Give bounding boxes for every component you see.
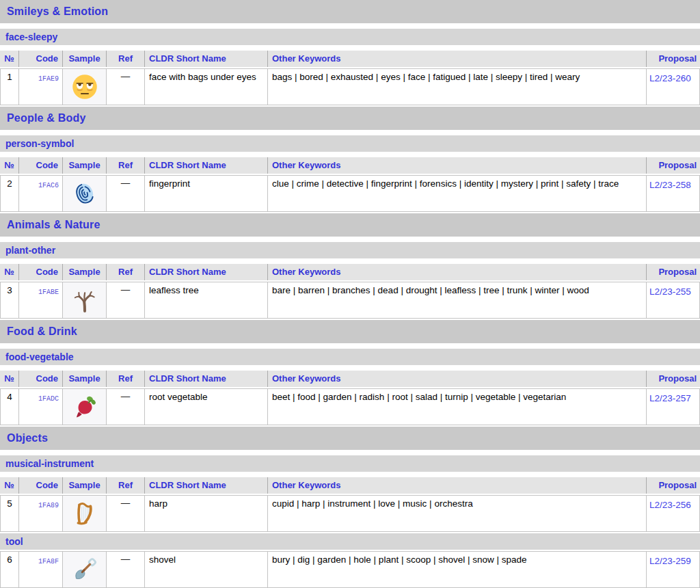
column-header-name: CLDR Short Name [144,477,267,494]
keywords: cupid | harp | instrument | love | music… [267,495,646,532]
category-title: Animals & Nature [0,219,100,231]
sample-cell [62,68,106,105]
code-cell: 1FAE9 [18,68,62,105]
subcategory-header: food-vegetable [0,349,700,365]
proposal-link[interactable]: L2/23-258 [649,180,691,190]
column-header-ref: Ref [106,264,144,280]
cldr-short-name: leafless tree [144,282,267,319]
root-vegetable-icon [71,393,98,420]
proposal-cell: L2/23-258 [646,175,700,212]
column-header-proposal: Proposal [646,157,700,174]
column-header-sample: Sample [62,371,106,387]
column-header-sample: Sample [62,157,106,174]
proposal-cell: L2/23-260 [646,68,700,105]
row-number: 6 [0,551,18,588]
ref-cell: — [106,175,144,212]
proposal-link[interactable]: L2/23-256 [649,500,691,510]
keywords: clue | crime | detective | fingerprint |… [267,175,646,212]
proposal-link[interactable]: L2/23-259 [649,556,691,566]
subcategory-title: food-vegetable [0,351,74,362]
column-header-ref: Ref [106,51,144,67]
cldr-short-name: face with bags under eyes [144,68,267,105]
code-cell: 1FADC [18,388,62,425]
subcategory-title: tool [0,536,23,547]
ref-cell: — [106,551,144,588]
face-with-bags-under-eyes-icon [71,73,98,101]
column-header-row: № Code Sample Ref CLDR Short Name Other … [0,264,700,280]
cldr-short-name: shovel [144,551,267,588]
category-title: Food & Drink [0,325,77,338]
table-row: 6 1FA8F — shovel bury | dig | garden | h… [0,551,700,588]
code-link[interactable]: 1FAE9 [38,75,59,83]
ref-cell: — [106,388,144,425]
code-link[interactable]: 1FAC6 [38,182,59,189]
row-number: 5 [0,495,18,532]
code-link[interactable]: 1FA8F [38,558,59,565]
emoji-candidates-page: { "colors": { "heading_text": "#3434d8",… [0,0,700,588]
shovel-icon [71,556,98,583]
sample-cell [62,282,106,319]
subcategory-title: plant-other [0,245,55,256]
column-header-proposal: Proposal [646,51,700,67]
column-header-ref: Ref [106,157,144,174]
column-header-name: CLDR Short Name [144,264,267,280]
column-header-proposal: Proposal [646,477,700,494]
code-link[interactable]: 1FA89 [38,502,59,509]
code-cell: 1FA89 [18,495,62,532]
proposal-link[interactable]: L2/23-255 [649,286,691,297]
cldr-short-name: root vegetable [144,388,267,425]
category-header: Smileys & Emotion [0,0,700,23]
leafless-tree-icon [71,286,98,314]
row-number: 4 [0,388,18,425]
column-header-name: CLDR Short Name [144,157,267,174]
harp-icon [71,500,98,527]
proposal-link[interactable]: L2/23-260 [649,73,691,83]
column-header-sample: Sample [62,51,106,67]
code-link[interactable]: 1FADC [38,395,59,403]
subcategory-header: plant-other [0,242,700,258]
column-header-ref: Ref [106,371,144,387]
category-header: Animals & Nature [0,213,700,237]
row-number: 1 [0,68,18,105]
code-link[interactable]: 1FABE [38,289,59,296]
keywords: bare | barren | branches | dead | drough… [267,282,646,319]
category-header: Objects [0,427,700,450]
subcategory-header: face-sleepy [0,29,700,45]
sample-cell [62,388,106,425]
column-header-keywords: Other Keywords [267,477,646,494]
category-title: Objects [0,432,48,444]
subcategory-title: musical-instrument [0,458,94,469]
subcategory-title: face-sleepy [0,31,57,42]
keywords: bags | bored | exhausted | eyes | face |… [267,68,646,105]
column-header-sample: Sample [62,264,106,280]
proposal-cell: L2/23-255 [646,282,700,319]
proposal-link[interactable]: L2/23-257 [649,393,691,403]
column-header-num: № [0,51,18,67]
category-title: Smileys & Emotion [0,5,108,18]
column-header-name: CLDR Short Name [144,51,267,67]
column-header-row: № Code Sample Ref CLDR Short Name Other … [0,371,700,387]
row-number: 3 [0,282,18,319]
sample-cell [62,551,106,588]
column-header-num: № [0,477,18,494]
column-header-num: № [0,264,18,280]
fingerprint-icon [71,180,98,207]
table-row: 3 1FABE — leafless tree bare | barren | … [0,282,700,319]
cldr-short-name: fingerprint [144,175,267,212]
column-header-sample: Sample [62,477,106,494]
code-cell: 1FAC6 [18,175,62,212]
category-header: People & Body [0,107,700,130]
column-header-row: № Code Sample Ref CLDR Short Name Other … [0,51,700,67]
row-number: 2 [0,175,18,212]
column-header-num: № [0,157,18,174]
column-header-row: № Code Sample Ref CLDR Short Name Other … [0,477,700,494]
column-header-code: Code [18,477,62,494]
sample-cell [62,495,106,532]
cldr-short-name: harp [144,495,267,532]
table-row: 5 1FA89 — harp cupid | harp | instrument… [0,495,700,532]
ref-cell: — [106,495,144,532]
keywords: beet | food | garden | radish | root | s… [267,388,646,425]
sample-cell [62,175,106,212]
column-header-keywords: Other Keywords [267,371,646,387]
proposal-cell: L2/23-257 [646,388,700,425]
